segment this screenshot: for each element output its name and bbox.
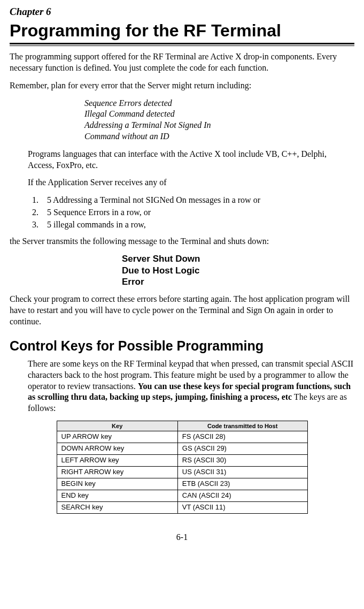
table-cell-code: US (ASCII 31)	[177, 467, 307, 478]
table-row: UP ARROW key FS (ASCII 28)	[57, 431, 307, 443]
section-heading: Control Keys for Possible Programming	[10, 337, 354, 355]
error-item: Sequence Errors detected	[84, 98, 354, 109]
table-cell-key: BEGIN key	[57, 478, 177, 490]
if-paragraph: If the Application Server receives any o…	[28, 177, 354, 188]
server-message: Server Shut Down Due to Host Logic Error	[122, 253, 354, 287]
chapter-label: Chapter 6	[10, 5, 354, 19]
server-message-line: Server Shut Down	[122, 253, 354, 264]
error-item: Illegal Command detected	[84, 109, 354, 120]
table-cell-key: END key	[57, 490, 177, 501]
keys-table: Key Code transmitted to Host UP ARROW ke…	[57, 421, 308, 514]
table-row: RIGHT ARROW key US (ASCII 31)	[57, 467, 307, 478]
list-item: 5 illegal commands in a row,	[41, 219, 354, 231]
table-row: BEGIN key ETB (ASCII 23)	[57, 478, 307, 490]
horizontal-rule	[10, 43, 354, 46]
table-header-code: Code transmitted to Host	[177, 421, 307, 431]
intro-paragraph: The programming support offered for the …	[10, 51, 354, 74]
table-cell-code: VT (ASCII 11)	[177, 501, 307, 513]
table-header-row: Key Code transmitted to Host	[57, 421, 307, 431]
transmit-paragraph: the Server transmits the following messa…	[10, 236, 354, 247]
table-cell-key: DOWN ARROW key	[57, 443, 177, 455]
page-title: Programming for the RF Terminal	[10, 20, 354, 42]
list-item: 5 Sequence Errors in a row, or	[41, 207, 354, 218]
remember-paragraph: Remember, plan for every error that the …	[10, 80, 354, 92]
table-cell-key: SEARCH key	[57, 501, 177, 513]
table-cell-code: GS (ASCII 29)	[177, 443, 307, 455]
keys-paragraph: There are some keys on the RF Terminal k…	[28, 359, 354, 414]
page-number: 6-1	[10, 532, 354, 543]
table-cell-key: UP ARROW key	[57, 431, 177, 443]
table-header-key: Key	[57, 421, 177, 431]
table-row: LEFT ARROW key RS (ASCII 30)	[57, 455, 307, 467]
server-message-line: Error	[122, 276, 354, 287]
server-message-line: Due to Host Logic	[122, 265, 354, 276]
error-list: Sequence Errors detected Illegal Command…	[84, 98, 354, 142]
table-cell-key: LEFT ARROW key	[57, 455, 177, 467]
languages-paragraph: Programs languages that can interface wi…	[28, 149, 354, 171]
table-cell-code: RS (ASCII 30)	[177, 455, 307, 467]
table-cell-code: FS (ASCII 28)	[177, 431, 307, 443]
numbered-list: 5 Addressing a Terminal not SIGNed On me…	[28, 195, 354, 230]
table-row: DOWN ARROW key GS (ASCII 29)	[57, 443, 307, 455]
check-paragraph: Check your program to correct these erro…	[10, 294, 354, 327]
table-row: SEARCH key VT (ASCII 11)	[57, 501, 307, 513]
error-item: Command without an ID	[84, 131, 354, 142]
table-cell-code: ETB (ASCII 23)	[177, 478, 307, 490]
list-item: 5 Addressing a Terminal not SIGNed On me…	[41, 195, 354, 206]
table-row: END key CAN (ASCII 24)	[57, 490, 307, 501]
error-item: Addressing a Terminal Not Signed In	[84, 120, 354, 131]
table-cell-code: CAN (ASCII 24)	[177, 490, 307, 501]
table-cell-key: RIGHT ARROW key	[57, 467, 177, 478]
